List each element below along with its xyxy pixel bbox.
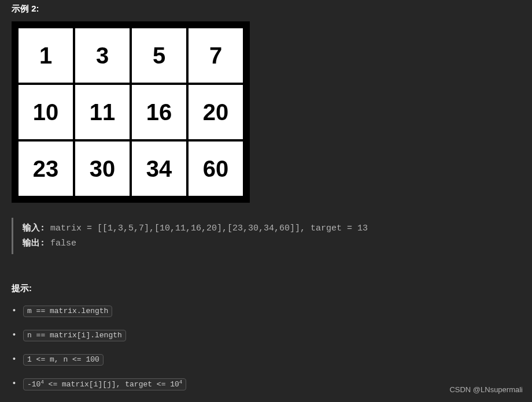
matrix-cell: 5	[131, 27, 187, 84]
matrix-cell: 16	[131, 84, 187, 140]
matrix-cell: 34	[131, 140, 187, 197]
matrix-table: 1 3 5 7 10 11 16 20 23 30 34 60	[16, 26, 245, 198]
example-heading: 示例 2:	[12, 0, 520, 21]
io-output-text: false	[45, 239, 76, 248]
matrix-cell: 1	[17, 27, 74, 84]
table-row: 23 30 34 60	[17, 140, 244, 197]
hint-sup: 4	[179, 379, 182, 385]
list-item: n == matrix[i].length	[13, 330, 520, 341]
io-input-line: 输入: matrix = [[1,3,5,7],[10,11,16,20],[2…	[23, 221, 520, 236]
hint-text: -10	[27, 380, 40, 389]
matrix-cell: 60	[187, 140, 244, 197]
io-input-label: 输入:	[23, 224, 45, 233]
matrix-cell: 20	[187, 84, 244, 140]
hint-text: <= matrix[i][j], target <= 10	[44, 380, 179, 389]
list-item: -104 <= matrix[i][j], target <= 104	[13, 378, 520, 390]
io-block: 输入: matrix = [[1,3,5,7],[10,11,16,20],[2…	[12, 218, 520, 254]
list-item: m == matrix.length	[13, 306, 520, 317]
matrix-cell: 3	[74, 27, 131, 84]
hints-list: m == matrix.length n == matrix[i].length…	[12, 306, 520, 390]
table-row: 1 3 5 7	[17, 27, 244, 84]
io-output-label: 输出:	[23, 239, 45, 248]
matrix-cell: 10	[17, 84, 74, 140]
matrix-cell: 30	[74, 140, 131, 197]
matrix-cell: 23	[17, 140, 74, 197]
matrix-figure: 1 3 5 7 10 11 16 20 23 30 34 60	[12, 21, 250, 203]
matrix-cell: 7	[187, 27, 244, 84]
list-item: 1 <= m, n <= 100	[13, 354, 520, 366]
io-input-text: matrix = [[1,3,5,7],[10,11,16,20],[23,30…	[45, 224, 368, 233]
hints-heading: 提示:	[12, 283, 520, 294]
hint-code: 1 <= m, n <= 100	[23, 354, 104, 366]
hint-code: -104 <= matrix[i][j], target <= 104	[23, 378, 186, 390]
hint-code: n == matrix[i].length	[23, 330, 126, 341]
matrix-cell: 11	[74, 84, 131, 140]
hint-code: m == matrix.length	[23, 306, 112, 317]
io-output-line: 输出: false	[23, 236, 520, 251]
watermark: CSDN @LNsupermali	[449, 385, 523, 394]
table-row: 10 11 16 20	[17, 84, 244, 140]
